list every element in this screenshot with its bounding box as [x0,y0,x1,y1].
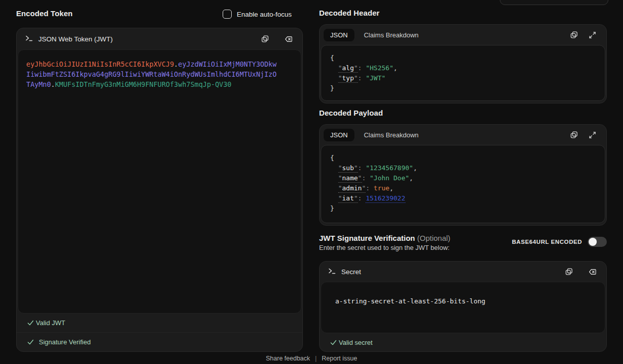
tab-json[interactable]: JSON [324,29,354,41]
top-cutoff-panel [500,0,608,5]
expand-icon [588,31,597,39]
copy-icon [261,34,270,43]
expand-payload-button[interactable] [585,128,599,142]
expand-icon [588,131,597,139]
signature-verified-status: Signature Verified [17,332,302,351]
base64-toggle-switch[interactable] [588,237,607,247]
encoded-editor-header: JSON Web Token (JWT) [17,28,302,49]
decoded-payload-tabs: JSON Claims Breakdown [320,125,606,145]
secret-card: Secret [319,261,607,352]
share-feedback-link[interactable]: Share feedback [266,355,310,362]
terminal-prompt-icon [328,267,336,277]
decoded-payload-title: Decoded Payload [319,109,383,117]
tab-claims-breakdown[interactable]: Claims Breakdown [357,129,425,141]
copy-icon [569,130,579,139]
jwt-header-segment: eyJhbGciOiJIUzI1NiIsInR5cCI6IkpXVCJ9 [26,60,174,68]
encoded-token-title: Encoded Token [16,9,73,18]
copy-icon [564,267,574,276]
tab-json[interactable]: JSON [324,129,354,141]
copy-payload-button[interactable] [567,128,581,142]
check-icon [330,339,337,346]
valid-secret-label: Valid secret [339,339,373,346]
base64-encoded-row: BASE64URL ENCODED [319,237,607,247]
expand-header-button[interactable] [585,28,599,42]
decoded-payload-card: JSON Claims Breakdown [319,124,607,226]
copy-secret-button[interactable] [562,265,576,279]
copy-icon [569,30,579,39]
valid-secret-status: Valid secret [320,333,606,351]
footer-divider: | [315,355,317,362]
secret-value: a-string-secret-at-least-256-bits-long [335,297,485,305]
report-issue-link[interactable]: Report issue [322,355,357,362]
jwt-signature-segment: KMUFsIDTnFmyG3nMiGM6H9FNFUROf3wh7SmqJp-Q… [55,80,232,88]
signature-verified-label: Signature Verified [39,338,91,346]
copy-token-button[interactable] [258,32,272,46]
backspace-clear-icon [588,267,597,277]
auto-focus-label: Enable auto-focus [237,11,292,18]
terminal-prompt-icon [25,34,33,44]
tab-claims-breakdown[interactable]: Claims Breakdown [357,29,425,41]
check-icon [27,319,34,327]
secret-editor-label: Secret [341,268,361,276]
enable-auto-focus-control[interactable]: Enable auto-focus [223,8,292,20]
auto-focus-checkbox[interactable] [223,10,232,19]
valid-jwt-status: Valid JWT [17,314,302,332]
secret-editor-header: Secret [320,262,606,282]
secret-input[interactable]: a-string-secret-at-least-256-bits-long [321,282,605,333]
check-icon [27,338,34,346]
clear-token-button[interactable] [281,32,295,46]
jwt-token-editor[interactable]: eyJhbGciOiJIUzI1NiIsInR5cCI6IkpXVCJ9.eyJ… [18,49,301,314]
backspace-clear-icon [284,34,293,44]
valid-jwt-label: Valid JWT [36,319,65,327]
decoded-header-title: Decoded Header [319,9,380,17]
decoded-payload-json[interactable]: { "sub": "1234567890", "name": "John Doe… [321,145,605,223]
jwt-separator: . [174,60,178,68]
jwt-separator: . [51,80,55,88]
decoded-header-tabs: JSON Claims Breakdown [320,25,606,45]
jwt-debugger-page: Encoded Token Enable auto-focus JSON Web… [0,0,623,364]
copy-header-button[interactable] [567,28,581,42]
decoded-header-card: JSON Claims Breakdown [319,24,607,103]
base64-encoded-label: BASE64URL ENCODED [512,239,582,245]
decoded-header-json[interactable]: { "alg": "HS256", "typ": "JWT"} [321,45,605,101]
encoded-editor-label: JSON Web Token (JWT) [38,35,113,43]
encoded-token-card: JSON Web Token (JWT) [16,28,303,352]
clear-secret-button[interactable] [585,265,599,279]
toggle-knob [589,238,597,246]
footer: Share feedback | Report issue [0,355,623,362]
